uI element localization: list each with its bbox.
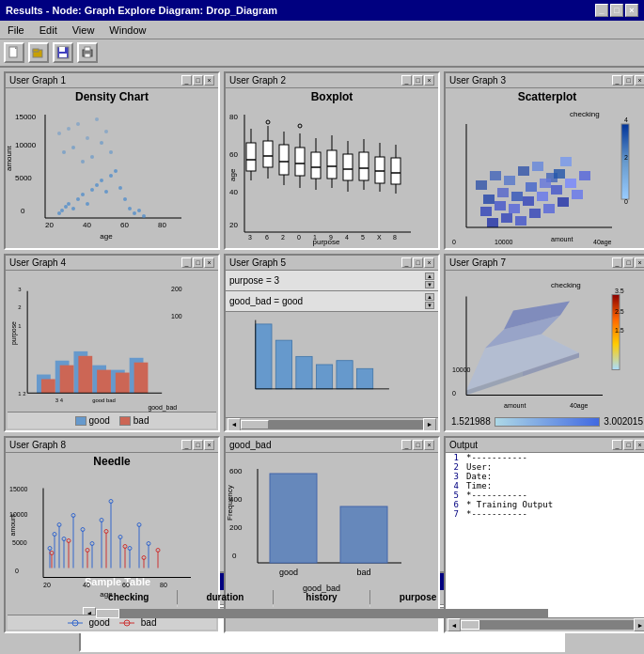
svg-rect-136: [480, 207, 492, 216]
panel8-minimize[interactable]: _: [181, 440, 192, 450]
svg-text:15000: 15000: [9, 486, 28, 492]
panel3-maximize[interactable]: □: [623, 75, 634, 86]
window-title: Results - Node: Graph Explore Diagram: D…: [6, 5, 277, 16]
svg-rect-125: [504, 176, 515, 185]
close-button[interactable]: ×: [625, 4, 638, 17]
menu-edit[interactable]: Edit: [36, 23, 61, 37]
filter1-down[interactable]: ▼: [425, 281, 434, 288]
output-minimize[interactable]: _: [612, 440, 622, 450]
svg-text:amount: amount: [9, 514, 16, 536]
svg-point-22: [57, 211, 61, 215]
toolbar: [0, 39, 644, 68]
svg-rect-135: [554, 169, 565, 179]
panel4-close[interactable]: ×: [204, 257, 214, 268]
svg-rect-146: [515, 216, 526, 226]
svg-rect-182: [356, 368, 372, 389]
output-scroll-left[interactable]: ◄: [448, 618, 461, 631]
svg-text:bad: bad: [356, 568, 370, 577]
panel7-value-min: 1.521988: [451, 416, 491, 427]
panel1-maximize[interactable]: □: [193, 75, 203, 86]
panel2-chart: 80 60 40 20 age purpose 3: [228, 105, 416, 246]
svg-text:amount: amount: [551, 236, 573, 242]
panel5-filter1: purpose = 3 ▲ ▼: [226, 271, 438, 291]
panel8-close[interactable]: ×: [204, 440, 214, 450]
panel1-close[interactable]: ×: [204, 75, 214, 86]
panel1-title-bar: User Graph 1 _ □ ×: [6, 73, 218, 88]
svg-rect-129: [560, 157, 572, 166]
svg-text:5000: 5000: [12, 539, 27, 546]
panel2-controls: _ □ ×: [401, 75, 434, 86]
svg-text:0: 0: [21, 207, 25, 215]
table-scrollbar[interactable]: ◄ ►: [81, 607, 563, 618]
svg-point-43: [71, 146, 75, 149]
svg-point-30: [90, 188, 94, 192]
scroll-right-arrow[interactable]: ►: [423, 418, 436, 431]
menu-file[interactable]: File: [4, 23, 28, 37]
svg-rect-100: [359, 152, 369, 180]
output-scroll-right[interactable]: ►: [634, 618, 644, 631]
filter2-up[interactable]: ▲: [425, 293, 434, 301]
minimize-button[interactable]: _: [595, 4, 608, 17]
new-button[interactable]: [4, 42, 24, 63]
panel7-title-bar: User Graph 7 _ □ ×: [446, 256, 644, 271]
svg-point-72: [266, 120, 270, 124]
panel4-maximize[interactable]: □: [193, 257, 203, 268]
scrollbar-track[interactable]: [241, 420, 423, 429]
open-button[interactable]: [28, 42, 49, 63]
table-scroll-track[interactable]: [96, 609, 548, 618]
menu-view[interactable]: View: [69, 23, 99, 37]
panel3-chart: checking 4 2 0 0 10000 amount 40age: [448, 105, 640, 248]
output-maximize[interactable]: □: [623, 440, 634, 450]
svg-point-25: [67, 202, 71, 206]
filter1-up[interactable]: ▲: [425, 272, 434, 280]
filter2-down[interactable]: ▼: [425, 302, 434, 309]
scroll-left-arrow[interactable]: ◄: [228, 418, 241, 431]
scrollbar-thumb[interactable]: [241, 420, 269, 429]
print-button[interactable]: [77, 42, 98, 63]
panel-goodbad-maximize[interactable]: □: [413, 440, 423, 450]
panel1-chart: 15000 10000 5000 0 20 40 60 80 amount ag…: [8, 105, 196, 241]
panel3-controls: _ □ ×: [612, 75, 644, 86]
svg-rect-9: [85, 54, 90, 57]
svg-rect-74: [279, 145, 289, 175]
panel3-minimize[interactable]: _: [612, 75, 622, 86]
panel5-scrollbar[interactable]: ◄ ►: [226, 417, 438, 430]
panel7-minimize[interactable]: _: [612, 257, 622, 268]
panel2-close[interactable]: ×: [424, 75, 434, 86]
panel1-minimize[interactable]: _: [181, 75, 192, 86]
panel5-close[interactable]: ×: [424, 257, 434, 268]
panel5-minimize[interactable]: _: [401, 257, 412, 268]
menu-window[interactable]: Window: [105, 23, 149, 37]
panel3-close[interactable]: ×: [635, 75, 644, 86]
panel2-title: User Graph 2: [229, 75, 286, 86]
panel-goodbad-close[interactable]: ×: [424, 440, 434, 450]
svg-point-83: [298, 124, 302, 128]
output-htrack[interactable]: [461, 620, 634, 630]
panel7-maximize[interactable]: □: [623, 257, 634, 268]
panel5-filter2: good_bad = good ▲ ▼: [226, 291, 438, 312]
panel8-maximize[interactable]: □: [193, 440, 203, 450]
panel4-title: User Graph 4: [9, 257, 66, 268]
panel7-close[interactable]: ×: [635, 257, 644, 268]
panel5-maximize[interactable]: □: [413, 257, 423, 268]
svg-point-26: [71, 207, 75, 210]
output-hthumb[interactable]: [461, 620, 479, 630]
svg-point-33: [104, 190, 108, 194]
table-scroll-thumb[interactable]: [96, 609, 119, 618]
panel2-maximize[interactable]: □: [413, 75, 423, 86]
output-close[interactable]: ×: [635, 440, 644, 450]
panel2-minimize[interactable]: _: [401, 75, 412, 86]
save-button[interactable]: [53, 42, 73, 63]
panel4-minimize[interactable]: _: [181, 257, 192, 268]
panel5-chart: [226, 312, 423, 417]
svg-point-32: [100, 179, 103, 182]
svg-rect-68: [263, 141, 273, 167]
svg-text:3 4: 3 4: [55, 397, 64, 403]
panel-goodbad-minimize[interactable]: _: [401, 440, 412, 450]
output-hscrollbar[interactable]: ◄ ►: [446, 618, 644, 631]
svg-text:checking: checking: [551, 281, 581, 289]
panel-goodbad-content: 600 400 200 0 Frequency good bad good_ba…: [226, 453, 438, 631]
maximize-button[interactable]: □: [610, 4, 623, 17]
svg-text:checking: checking: [570, 110, 600, 118]
svg-rect-85: [311, 152, 321, 179]
